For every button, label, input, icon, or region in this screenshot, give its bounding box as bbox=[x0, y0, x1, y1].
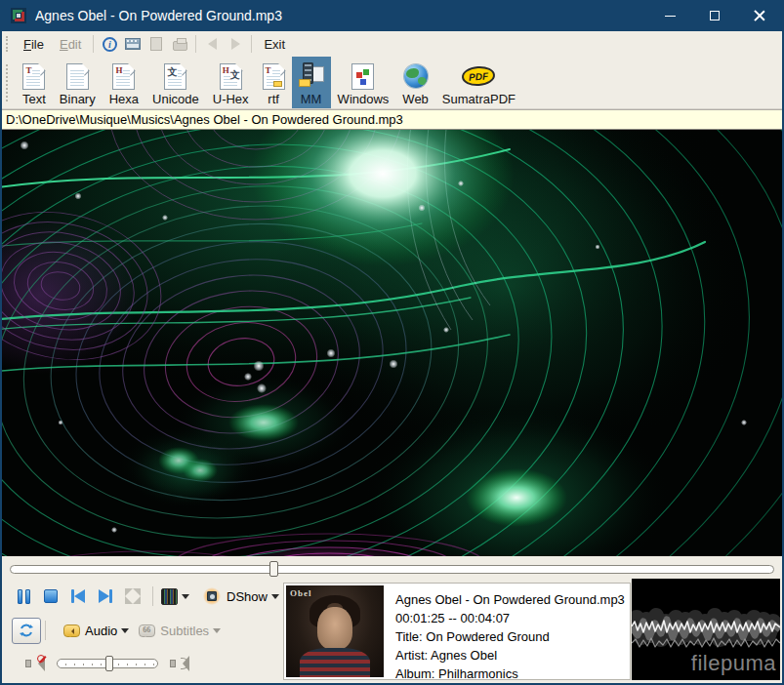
text-doc-icon: T bbox=[22, 63, 45, 90]
info-icon: i bbox=[103, 37, 117, 52]
fullscreen-icon bbox=[125, 588, 141, 604]
chevron-down-icon bbox=[271, 594, 279, 599]
options-separator bbox=[45, 621, 46, 640]
menu-edit[interactable]: Edit bbox=[52, 33, 89, 56]
waveform-panel: filepuma bbox=[632, 579, 780, 680]
chevron-down-icon bbox=[121, 628, 129, 633]
dshow-dropdown[interactable]: DShow bbox=[203, 587, 279, 605]
binary-doc-icon bbox=[66, 63, 89, 90]
seek-thumb[interactable] bbox=[269, 561, 278, 577]
app-icon bbox=[10, 7, 27, 24]
album-art: Obel bbox=[286, 585, 384, 677]
audio-dropdown[interactable]: Audio bbox=[63, 624, 129, 638]
media-options-button[interactable] bbox=[122, 34, 144, 54]
address-bar[interactable]: D:\OneDrive\Musique\Musics\Agnes Obel - … bbox=[2, 109, 782, 130]
file-path: D:\OneDrive\Musique\Musics\Agnes Obel - … bbox=[6, 112, 403, 127]
multimedia-icon bbox=[299, 62, 324, 90]
maximize-button[interactable] bbox=[692, 0, 737, 31]
uhex-doc-icon: H文 bbox=[220, 63, 242, 90]
visualization-canvas[interactable] bbox=[2, 130, 782, 556]
menubar-gripper[interactable] bbox=[6, 36, 9, 52]
subtitles-bubble-icon: 66 bbox=[139, 625, 155, 637]
menu-separator bbox=[195, 35, 196, 53]
forward-button bbox=[225, 34, 246, 54]
hexa-doc-icon: H bbox=[112, 63, 135, 90]
save-button bbox=[145, 34, 167, 54]
titlebar[interactable]: Agnes Obel - On Powdered Ground.mp3 bbox=[2, 0, 782, 31]
save-icon bbox=[150, 37, 162, 51]
next-icon bbox=[99, 589, 109, 603]
visualization-select-button[interactable] bbox=[161, 584, 189, 608]
toolbar-button-rtf[interactable]: T rtf bbox=[256, 57, 292, 108]
album-art-label: Obel bbox=[290, 588, 312, 598]
toolbar-button-web[interactable]: Web bbox=[395, 57, 435, 108]
toolbar-button-mm[interactable]: MM bbox=[292, 57, 331, 108]
forward-icon bbox=[231, 38, 240, 50]
pause-button[interactable] bbox=[12, 584, 35, 608]
minimize-button[interactable] bbox=[647, 0, 692, 31]
windows-doc-icon bbox=[351, 63, 374, 90]
toolbar-button-text[interactable]: T Text bbox=[16, 57, 53, 108]
stop-button[interactable] bbox=[39, 584, 62, 608]
toolbar: T Text Binary H Hexa 文 Unicode H文 U-Hex … bbox=[2, 57, 782, 109]
loop-icon bbox=[19, 623, 34, 638]
minimize-icon bbox=[665, 16, 676, 17]
volume-bar bbox=[25, 652, 189, 675]
chevron-down-icon bbox=[213, 628, 221, 633]
menubar: File Edit i Exit bbox=[2, 31, 782, 57]
track-info: Agnes Obel - On Powdered Ground.mp3 00:0… bbox=[386, 584, 630, 679]
close-icon bbox=[754, 10, 765, 21]
volume-thumb[interactable] bbox=[105, 656, 113, 671]
window-title: Agnes Obel - On Powdered Ground.mp3 bbox=[35, 8, 647, 23]
visualization-icon bbox=[161, 588, 178, 605]
media-icon bbox=[125, 38, 141, 50]
print-button bbox=[169, 34, 190, 54]
track-artist: Artist: Agnes Obel bbox=[395, 646, 620, 665]
track-time: 00:01:25 -- 00:04:07 bbox=[395, 609, 620, 627]
player-controls: DShow Audio 66 Subtitles bbox=[2, 556, 782, 683]
back-button bbox=[201, 34, 223, 54]
track-title: Title: On Powdered Ground bbox=[395, 627, 620, 646]
subtitles-label: Subtitles bbox=[160, 624, 209, 638]
menu-exit[interactable]: Exit bbox=[256, 33, 293, 56]
stop-icon bbox=[44, 589, 58, 603]
back-icon bbox=[208, 38, 217, 50]
rtf-doc-icon: T bbox=[263, 63, 285, 90]
toolbar-button-windows[interactable]: Windows bbox=[331, 57, 396, 108]
globe-icon bbox=[404, 64, 428, 88]
previous-icon bbox=[74, 589, 85, 603]
transport-separator bbox=[152, 586, 153, 606]
options-bar: Audio 66 Subtitles bbox=[12, 617, 221, 644]
toolbar-gripper[interactable] bbox=[6, 64, 9, 101]
print-icon bbox=[173, 41, 187, 51]
fullscreen-button bbox=[121, 584, 144, 608]
toolbar-button-hexa[interactable]: H Hexa bbox=[103, 57, 145, 108]
mute-speaker-icon[interactable] bbox=[25, 655, 45, 672]
loud-speaker-icon[interactable] bbox=[170, 655, 189, 672]
seek-slider[interactable] bbox=[10, 561, 774, 577]
previous-button[interactable] bbox=[66, 584, 90, 608]
loop-button[interactable] bbox=[12, 618, 41, 644]
maximize-icon bbox=[710, 11, 720, 20]
info-button[interactable]: i bbox=[99, 34, 120, 54]
pdf-icon: PDF bbox=[462, 65, 496, 87]
close-button[interactable] bbox=[737, 0, 782, 31]
unicode-doc-icon: 文 bbox=[164, 63, 186, 90]
toolbar-button-unicode[interactable]: 文 Unicode bbox=[145, 57, 206, 108]
filepuma-watermark: filepuma bbox=[691, 651, 776, 676]
toolbar-button-binary[interactable]: Binary bbox=[53, 57, 103, 108]
audio-bubble-icon bbox=[63, 625, 80, 637]
volume-slider[interactable] bbox=[57, 657, 158, 670]
now-playing-panel: Obel Agnes Obel - On Powdered Ground.mp3… bbox=[283, 583, 631, 680]
toolbar-button-sumatrapdf[interactable]: PDF SumatraPDF bbox=[435, 57, 522, 108]
seek-groove[interactable] bbox=[10, 565, 774, 574]
track-filename: Agnes Obel - On Powdered Ground.mp3 bbox=[395, 590, 620, 609]
dshow-icon bbox=[203, 587, 221, 605]
toolbar-button-uhex[interactable]: H文 U-Hex bbox=[206, 57, 256, 108]
menu-separator bbox=[93, 35, 94, 53]
next-button[interactable] bbox=[94, 584, 117, 608]
menu-file[interactable]: File bbox=[16, 33, 52, 56]
subtitles-dropdown: 66 Subtitles bbox=[139, 624, 221, 638]
menu-separator bbox=[251, 35, 252, 53]
track-album: Album: Philharmonics bbox=[395, 665, 620, 679]
